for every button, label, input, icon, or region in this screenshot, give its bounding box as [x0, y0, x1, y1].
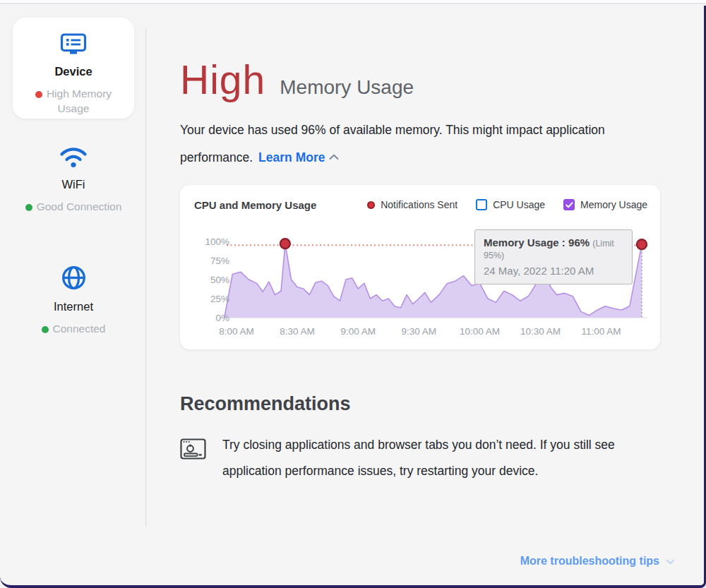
app-window-icon [180, 432, 207, 484]
chevron-up-icon[interactable] [329, 149, 339, 163]
legend-cpu-usage[interactable]: CPU Usage [476, 199, 545, 210]
troubleshooter-window: Device High Memory Usage WiFi Good Conne… [0, 0, 706, 588]
tooltip-value: Memory Usage : 96% (Limit 95%) [484, 236, 623, 260]
window-top-edge [0, 0, 706, 4]
chart-title: CPU and Memory Usage [194, 199, 316, 211]
legend-memory-usage[interactable]: Memory Usage [563, 199, 647, 210]
svg-text:10:30 AM: 10:30 AM [520, 326, 561, 337]
severity-label: High [180, 56, 265, 103]
sidebar-item-internet[interactable]: Internet Connected [13, 265, 134, 336]
memory-usage-checkbox[interactable] [563, 199, 575, 210]
device-display-icon [60, 33, 87, 59]
wifi-icon [59, 145, 88, 172]
recommendations-heading: Recommendations [180, 393, 351, 415]
cpu-usage-checkbox[interactable] [476, 199, 487, 210]
svg-text:8:00 AM: 8:00 AM [219, 326, 254, 337]
svg-text:11:00 AM: 11:00 AM [582, 326, 621, 337]
sidebar-item-wifi[interactable]: WiFi Good Connection [13, 145, 134, 214]
tooltip-timestamp: 24 May, 2022 11:20 AM [484, 265, 623, 277]
status-dot-green [25, 204, 32, 211]
internet-status: Connected [24, 321, 123, 336]
svg-text:9:00 AM: 9:00 AM [340, 326, 376, 337]
chart-tooltip: Memory Usage : 96% (Limit 95%) 24 May, 2… [474, 229, 633, 284]
globe-icon [61, 265, 87, 294]
wifi-status: Good Connection [24, 199, 123, 214]
svg-text:0%: 0% [215, 313, 229, 323]
status-dot-red [35, 91, 42, 98]
svg-text:75%: 75% [210, 256, 229, 266]
chevron-down-icon [666, 555, 675, 568]
status-dot-green [42, 326, 49, 333]
page-title: Memory Usage [280, 76, 414, 99]
svg-text:25%: 25% [210, 294, 229, 304]
recommendation-item: Try closing applications and browser tab… [180, 432, 632, 484]
usage-chart-card: CPU and Memory Usage Notifications Sent … [180, 185, 660, 349]
learn-more-link[interactable]: Learn More [258, 150, 325, 164]
svg-text:8:30 AM: 8:30 AM [280, 326, 315, 337]
device-status: High Memory Usage [24, 86, 123, 116]
sidebar-divider [145, 28, 146, 527]
svg-text:100%: 100% [205, 236, 229, 247]
headline: High Memory Usage [180, 56, 414, 103]
more-troubleshooting-tips-link[interactable]: More troubleshooting tips [520, 555, 675, 568]
svg-text:9:30 AM: 9:30 AM [402, 326, 437, 337]
sidebar-item-label: Internet [54, 300, 93, 313]
sidebar-item-label: Device [54, 65, 92, 78]
description: Your device has used 96% of available me… [180, 117, 635, 171]
sidebar-item-device[interactable]: Device High Memory Usage [13, 18, 134, 119]
svg-text:50%: 50% [210, 275, 229, 285]
red-dot-icon [367, 201, 375, 209]
svg-text:10:00 AM: 10:00 AM [460, 326, 500, 337]
legend-notifications-sent: Notifications Sent [367, 199, 457, 210]
recommendation-text: Try closing applications and browser tab… [222, 432, 632, 484]
sidebar-item-label: WiFi [62, 178, 85, 191]
chart-legend: Notifications Sent CPU Usage Memory Usag… [367, 199, 647, 210]
